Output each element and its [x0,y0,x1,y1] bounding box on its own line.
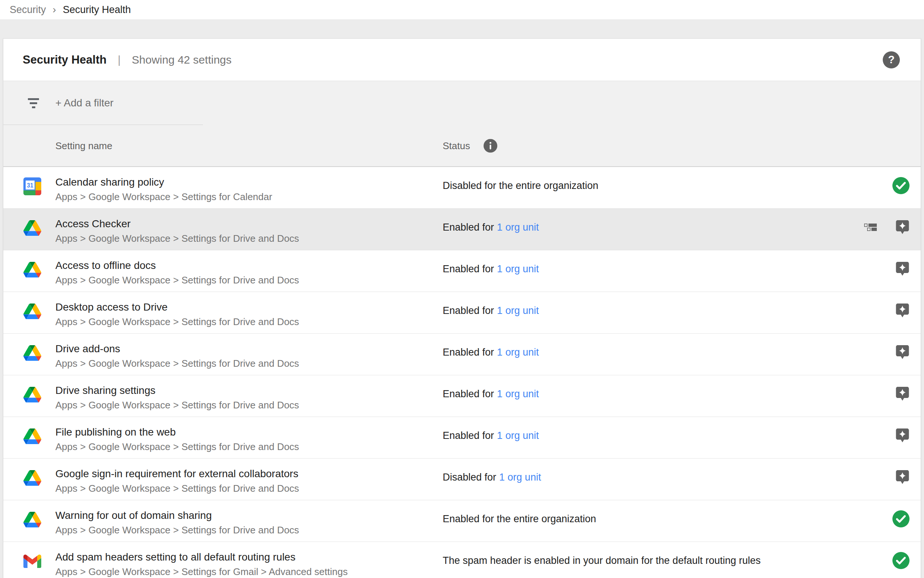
breadcrumb-current-page: Security Health [63,4,131,16]
page-title: Security Health [23,53,107,67]
settings-list: 31 Calendar sharing policy Apps > Google… [3,167,921,578]
security-health-card: Security Health | Showing 42 settings ? … [3,38,921,578]
table-row[interactable]: Access Checker Apps > Google Workspace >… [3,209,921,250]
status-ok-check-icon [892,510,909,528]
gmail-icon [23,552,41,570]
setting-path: Apps > Google Workspace > Settings for D… [55,481,299,496]
breadcrumb-chevron-icon: › [53,4,56,16]
table-row[interactable]: Access to offline docs Apps > Google Wor… [3,250,921,292]
table-row[interactable]: Drive sharing settings Apps > Google Wor… [3,375,921,417]
setting-path: Apps > Google Workspace > Settings for C… [55,189,272,204]
filter-row: + Add a filter [3,81,921,125]
status-cell: Enabled for1 org unit [443,429,539,443]
status-text: Enabled for [443,263,494,274]
setting-path: Apps > Google Workspace > Settings for D… [55,439,299,454]
svg-text:31: 31 [27,182,34,188]
settings-count-label: Showing 42 settings [132,54,232,66]
setting-path: Apps > Google Workspace > Settings for G… [55,564,348,578]
status-text: Enabled for [443,305,494,316]
breadcrumb: Security › Security Health [0,0,924,19]
setting-name: Calendar sharing policy [55,175,272,189]
status-text: Enabled for [443,388,494,399]
status-ok-check-icon [892,552,909,569]
drive-icon [23,219,41,237]
setting-name: Add spam headers setting to all default … [55,550,348,564]
setting-name: Drive sharing settings [55,383,299,398]
setting-path: Apps > Google Workspace > Settings for D… [55,398,299,412]
table-row[interactable]: Warning for out of domain sharing Apps >… [3,500,921,542]
setting-path: Apps > Google Workspace > Settings for D… [55,273,299,287]
recommendation-flag-icon[interactable] [895,386,909,402]
status-info-icon[interactable] [484,139,497,153]
add-filter-button[interactable]: + Add a filter [55,97,113,109]
status-text: Disabled for [443,472,496,483]
setting-name: Warning for out of domain sharing [55,508,299,523]
drive-icon [23,469,41,487]
breadcrumb-security-link[interactable]: Security [10,4,46,16]
setting-path: Apps > Google Workspace > Settings for D… [55,314,299,329]
title-separator: | [118,54,121,66]
card-header: Security Health | Showing 42 settings ? [3,39,921,81]
org-unit-link[interactable]: 1 org unit [497,263,539,274]
org-structure-icon [864,224,877,231]
setting-name: Access Checker [55,217,299,231]
calendar-icon: 31 [23,177,41,195]
status-text: Enabled for [443,430,494,441]
status-text: Enabled for [443,222,494,233]
setting-name: Google sign-in requirement for external … [55,467,299,481]
column-header-status: Status [443,140,470,151]
table-row[interactable]: Add spam headers setting to all default … [3,542,921,578]
status-text: Disabled for the entire organization [443,180,599,191]
toolbar: + Add a filter Setting name Status [3,81,921,167]
status-cell: Enabled for the entire organization [443,512,596,526]
table-row[interactable]: File publishing on the web Apps > Google… [3,417,921,459]
setting-name: File publishing on the web [55,425,299,439]
status-cell: Disabled for1 org unit [443,470,541,484]
table-row[interactable]: Desktop access to Drive Apps > Google Wo… [3,292,921,334]
status-cell: Disabled for the entire organization [443,179,599,193]
org-unit-link[interactable]: 1 org unit [497,430,539,441]
drive-icon [23,386,41,404]
drive-icon [23,344,41,362]
help-glyph: ? [888,54,895,66]
table-row[interactable]: Drive add-ons Apps > Google Workspace > … [3,334,921,375]
recommendation-flag-icon[interactable] [895,219,909,235]
recommendation-flag-icon[interactable] [895,428,909,443]
help-icon[interactable]: ? [883,51,900,68]
recommendation-flag-icon[interactable] [895,469,909,485]
status-cell: Enabled for1 org unit [443,345,539,359]
column-header-setting-name: Setting name [55,140,112,151]
status-cell: Enabled for1 org unit [443,262,539,276]
recommendation-flag-icon[interactable] [895,344,909,360]
drive-icon [23,302,41,320]
status-cell: Enabled for1 org unit [443,304,539,318]
status-cell: Enabled for1 org unit [443,387,539,401]
setting-name: Access to offline docs [55,258,299,273]
org-unit-link[interactable]: 1 org unit [499,472,541,483]
drive-icon [23,427,41,445]
status-cell: The spam header is enabled in your domai… [443,554,761,568]
table-row[interactable]: Google sign-in requirement for external … [3,459,921,500]
status-ok-check-icon [892,177,909,194]
org-unit-link[interactable]: 1 org unit [497,305,539,316]
drive-icon [23,511,41,529]
recommendation-flag-icon[interactable] [895,261,909,277]
filter-icon[interactable] [26,97,40,109]
status-text: Enabled for the entire organization [443,513,596,524]
table-row[interactable]: 31 Calendar sharing policy Apps > Google… [3,167,921,209]
recommendation-flag-icon[interactable] [895,303,909,318]
setting-path: Apps > Google Workspace > Settings for D… [55,356,299,371]
org-unit-link[interactable]: 1 org unit [497,388,539,399]
drive-icon [23,261,41,279]
status-cell: Enabled for1 org unit [443,220,539,234]
setting-path: Apps > Google Workspace > Settings for D… [55,231,299,246]
status-text: The spam header is enabled in your domai… [443,555,761,566]
status-text: Enabled for [443,347,494,358]
setting-name: Desktop access to Drive [55,300,299,314]
setting-name: Drive add-ons [55,342,299,356]
setting-path: Apps > Google Workspace > Settings for D… [55,523,299,537]
table-header: Setting name Status [3,125,921,167]
org-unit-link[interactable]: 1 org unit [497,222,539,233]
org-unit-link[interactable]: 1 org unit [497,347,539,358]
